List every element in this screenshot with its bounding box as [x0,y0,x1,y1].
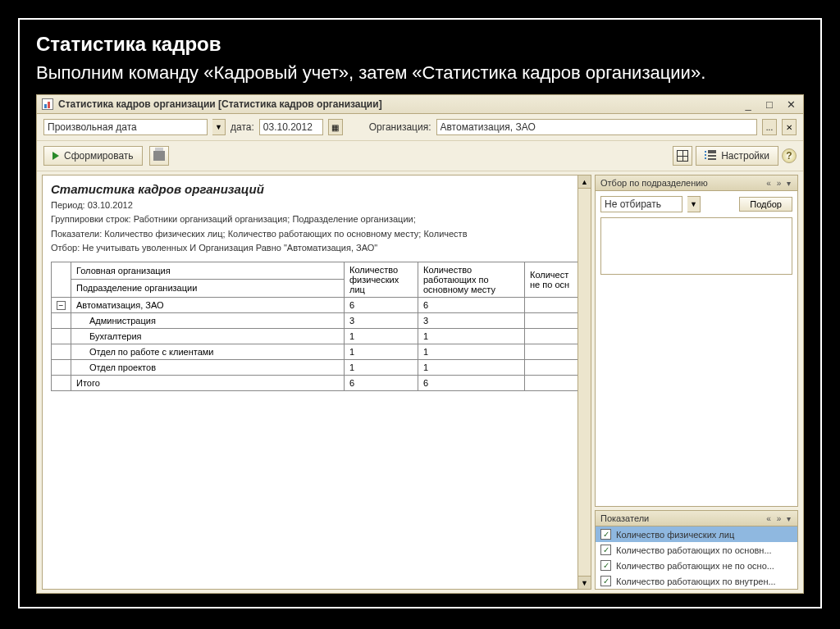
indicators-title: Показатели [600,513,649,523]
grid-view-button[interactable] [673,146,692,166]
table-row[interactable]: Отдел по работе с клиентами 1 1 [52,344,582,360]
col-subdivision: Подразделение организации [71,280,345,298]
settings-button[interactable]: Настройки [696,146,778,166]
titlebar: Статистика кадров организации [Статистик… [37,95,803,114]
col-count-main-place: Количество работающих по основному месту [418,262,525,297]
print-button[interactable] [149,146,169,166]
slide-title: Статистика кадров [36,33,804,56]
report-indicators: Показатели: Количество физических лиц; К… [51,228,582,240]
org-label: Организация: [369,121,431,133]
list-item[interactable]: ✓ Количество физических лиц [596,526,797,542]
report-panel: Статистика кадров организаций Период: 03… [42,175,591,590]
date-label: дата: [231,121,254,133]
org-select-button[interactable]: ... [762,119,777,135]
date-picker-button[interactable]: ▦ [328,119,343,135]
period-type-select[interactable] [43,119,208,135]
filter-panel-header[interactable]: Отбор по подразделению « » ▾ [596,175,797,191]
slide-frame: Статистика кадров Выполним команду «Кадр… [18,18,822,608]
org-clear-button[interactable]: ✕ [782,119,797,135]
select-button[interactable]: Подбор [739,197,792,212]
report-filter: Отбор: Не учитывать уволенных И Организа… [51,242,582,254]
report-table: Головная организация Количество физическ… [51,262,582,392]
toolbar: Сформировать Настройки ? [37,141,803,171]
list-item[interactable]: ✓ Количество работающих по основн... [596,542,797,558]
table-total-row: Итого 6 6 [52,376,582,391]
scroll-up-icon[interactable]: ▲ [578,175,591,189]
scroll-down-icon[interactable]: ▼ [578,576,591,589]
checkbox-icon[interactable]: ✓ [600,576,611,586]
printer-icon [153,151,165,161]
filter-mode-dropdown[interactable]: ▼ [687,196,701,212]
report-title: Статистика кадров организаций [51,182,582,196]
period-type-dropdown[interactable]: ▼ [212,119,226,135]
minimize-button[interactable]: _ [741,98,756,110]
help-button[interactable]: ? [782,148,797,163]
report-groupings: Группировки строк: Работники организаций… [51,213,582,226]
filter-panel-title: Отбор по подразделению [600,178,708,188]
grid-icon [677,150,688,162]
app-window: Статистика кадров организации [Статистик… [36,94,804,594]
chevron-icons: « » ▾ [766,179,792,188]
main-area: Статистика кадров организаций Период: 03… [37,171,803,593]
list-icon [705,150,716,162]
list-item[interactable]: ✓ Количество работающих по внутрен... [596,573,797,589]
collapse-icon[interactable]: − [57,301,66,310]
slide-subtitle: Выполним команду «Кадровый учет», затем … [36,59,804,86]
indicators-list: ✓ Количество физических лиц ✓ Количество… [596,526,797,589]
side-panel: Отбор по подразделению « » ▾ ▼ Подбор [595,175,798,590]
generate-button[interactable]: Сформировать [43,146,143,166]
close-button[interactable]: ✕ [783,98,798,110]
col-count-not-main: Количест не по осн [525,262,582,297]
list-item[interactable]: ✓ Количество работающих не по осно... [596,558,797,573]
chevron-icons: « » ▾ [766,514,792,523]
checkbox-icon[interactable]: ✓ [600,545,611,555]
indicators-header[interactable]: Показатели « » ▾ [596,511,797,526]
window-title: Статистика кадров организации [Статистик… [58,98,382,110]
filter-listbox[interactable] [600,217,792,275]
col-main-org: Головная организация [71,262,345,280]
table-row[interactable]: − Автоматизация, ЗАО 6 6 [52,297,582,313]
table-row[interactable]: Отдел проектов 1 1 [52,360,582,376]
table-row[interactable]: Администрация 3 3 [52,313,582,329]
report-window-icon [42,98,53,110]
col-count-individuals: Количество физических лиц [345,262,418,297]
report-period: Период: 03.10.2012 [51,199,582,212]
scrollbar-vertical[interactable]: ▲ ▼ [578,175,591,589]
org-input[interactable] [436,119,758,135]
date-input[interactable] [259,119,323,135]
filter-mode-select[interactable] [600,196,682,212]
checkbox-icon[interactable]: ✓ [600,529,611,540]
play-icon [52,152,59,160]
maximize-button[interactable]: □ [762,98,777,110]
table-row[interactable]: Бухгалтерия 1 1 [52,329,582,344]
filter-row: ▼ дата: ▦ Организация: ... ✕ [37,114,803,141]
settings-label: Настройки [721,150,769,162]
checkbox-icon[interactable]: ✓ [600,560,611,571]
generate-label: Сформировать [64,150,134,162]
